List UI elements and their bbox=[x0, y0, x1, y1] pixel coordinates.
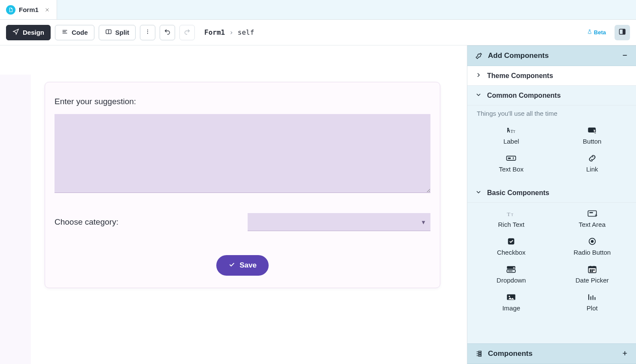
flask-icon bbox=[587, 29, 592, 36]
wrench-icon bbox=[475, 52, 483, 60]
svg-rect-9 bbox=[507, 156, 516, 160]
tree-icon bbox=[475, 350, 483, 358]
split-button[interactable]: Split bbox=[99, 25, 136, 40]
image-icon bbox=[505, 292, 517, 302]
chevron-down-icon bbox=[475, 91, 482, 99]
breadcrumb-leaf[interactable]: self bbox=[238, 28, 254, 36]
workspace: Enter your suggestion: Choose category: … bbox=[0, 45, 636, 364]
chevron-right-icon: › bbox=[229, 28, 233, 36]
component-textarea[interactable]: Text Area bbox=[554, 205, 631, 232]
svg-text:T: T bbox=[511, 213, 513, 217]
category-select[interactable] bbox=[248, 213, 430, 231]
svg-rect-10 bbox=[508, 157, 511, 159]
svg-rect-15 bbox=[589, 212, 593, 213]
component-link[interactable]: Link bbox=[554, 150, 631, 176]
svg-rect-37 bbox=[479, 351, 481, 352]
component-label: Date Picker bbox=[575, 277, 609, 284]
redo-button[interactable] bbox=[179, 25, 195, 40]
component-image[interactable]: Image bbox=[472, 289, 550, 315]
design-canvas[interactable]: Enter your suggestion: Choose category: … bbox=[0, 45, 467, 364]
add-components-header[interactable]: Add Components bbox=[467, 45, 636, 66]
component-label: Label bbox=[503, 138, 519, 145]
save-button[interactable]: Save bbox=[216, 255, 269, 276]
button-icon bbox=[586, 126, 598, 135]
chevron-right-icon bbox=[475, 72, 482, 80]
component-label: Radio Button bbox=[573, 249, 611, 256]
component-label: Image bbox=[502, 304, 520, 312]
add-components-title: Add Components bbox=[488, 51, 616, 60]
checkbox-icon bbox=[505, 237, 517, 246]
components-footer-header[interactable]: Components bbox=[467, 343, 636, 364]
code-button[interactable]: Code bbox=[55, 25, 94, 40]
svg-rect-38 bbox=[479, 353, 481, 355]
suggestion-textarea[interactable] bbox=[55, 114, 430, 193]
toolbar: Design Code Split Form1 › self bbox=[0, 20, 636, 45]
basic-components-header[interactable]: Basic Components bbox=[467, 183, 636, 203]
label-icon: TT bbox=[505, 126, 517, 135]
plot-icon bbox=[586, 292, 598, 302]
component-label: Text Area bbox=[578, 221, 606, 228]
component-button[interactable]: Button bbox=[554, 122, 631, 148]
common-components-subtitle: Things you'll use all the time bbox=[467, 105, 636, 120]
svg-point-31 bbox=[592, 271, 593, 272]
tab-title: Form1 bbox=[19, 6, 39, 13]
plus-icon[interactable] bbox=[621, 350, 628, 358]
check-icon bbox=[228, 261, 235, 270]
layout-panel-icon bbox=[618, 28, 626, 37]
list-icon bbox=[61, 28, 68, 36]
components-footer-title: Components bbox=[488, 349, 616, 358]
panel-toggle-button[interactable] bbox=[615, 25, 630, 40]
beta-label: Beta bbox=[594, 29, 606, 36]
datepicker-icon bbox=[586, 265, 598, 274]
textbox-icon bbox=[505, 153, 517, 163]
textarea-icon bbox=[586, 209, 598, 218]
svg-point-2 bbox=[147, 31, 148, 32]
link-icon bbox=[586, 153, 598, 163]
design-button-label: Design bbox=[23, 29, 44, 36]
more-button[interactable] bbox=[140, 25, 155, 40]
common-components-grid: TTLabelButtonText BoxLink bbox=[467, 120, 636, 183]
component-label: Checkbox bbox=[497, 249, 526, 256]
theme-components-header[interactable]: Theme Components bbox=[467, 66, 636, 86]
svg-rect-39 bbox=[479, 355, 481, 356]
split-icon bbox=[105, 28, 112, 36]
tab-form1[interactable]: Form1 bbox=[0, 0, 57, 19]
code-button-label: Code bbox=[72, 29, 88, 36]
svg-point-29 bbox=[594, 270, 594, 271]
undo-button[interactable] bbox=[160, 25, 175, 40]
suggestion-label: Enter your suggestion: bbox=[55, 97, 430, 106]
svg-rect-14 bbox=[588, 211, 597, 217]
component-datepicker[interactable]: Date Picker bbox=[554, 261, 631, 287]
component-label: Button bbox=[583, 138, 601, 145]
component-label: Rich Text bbox=[498, 221, 524, 228]
svg-point-1 bbox=[147, 30, 148, 30]
component-plot[interactable]: Plot bbox=[554, 289, 631, 315]
component-radio[interactable]: Radio Button bbox=[554, 233, 631, 259]
beta-badge[interactable]: Beta bbox=[587, 29, 606, 36]
component-textbox[interactable]: Text Box bbox=[472, 150, 550, 176]
component-richtext[interactable]: TTRich Text bbox=[472, 205, 550, 232]
svg-point-30 bbox=[590, 271, 591, 272]
breadcrumb: Form1 › self bbox=[204, 28, 254, 36]
minus-icon[interactable] bbox=[621, 52, 628, 60]
component-label: Plot bbox=[587, 304, 598, 312]
component-checkbox[interactable]: Checkbox bbox=[472, 233, 550, 259]
dots-vertical-icon bbox=[144, 28, 151, 36]
basic-components-title: Basic Components bbox=[487, 189, 549, 197]
design-button[interactable]: Design bbox=[6, 25, 51, 40]
component-label: Dropdown bbox=[497, 277, 526, 284]
component-label[interactable]: TTLabel bbox=[472, 122, 550, 148]
common-components-title: Common Components bbox=[487, 92, 561, 99]
form-card[interactable]: Enter your suggestion: Choose category: … bbox=[45, 82, 440, 288]
theme-components-title: Theme Components bbox=[487, 72, 553, 80]
form-file-icon bbox=[6, 5, 15, 15]
chevron-down-icon bbox=[475, 189, 482, 197]
common-components-header[interactable]: Common Components bbox=[467, 86, 636, 105]
tab-bar: Form1 bbox=[0, 0, 636, 20]
paper-plane-icon bbox=[12, 28, 19, 36]
tab-close-button[interactable] bbox=[44, 6, 51, 13]
svg-text:T: T bbox=[513, 130, 515, 134]
basic-components-grid: TTRich TextText AreaCheckboxRadio Button… bbox=[467, 203, 636, 322]
breadcrumb-root[interactable]: Form1 bbox=[204, 28, 225, 36]
component-dropdown[interactable]: Dropdown bbox=[472, 261, 550, 287]
